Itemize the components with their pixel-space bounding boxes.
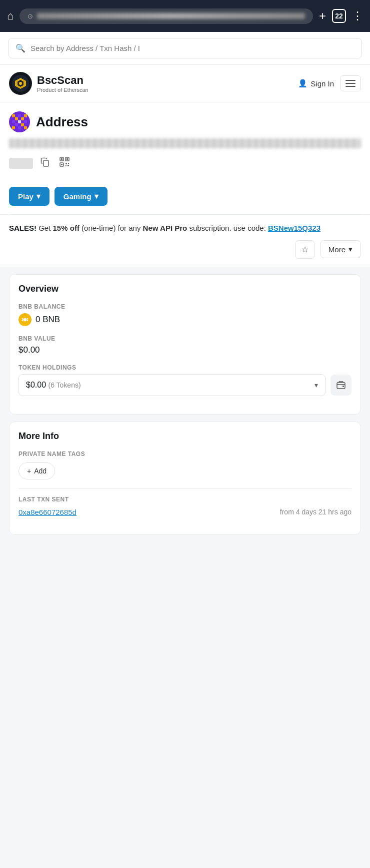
star-icon: ☆: [302, 245, 308, 254]
token-holdings-row: TOKEN HOLDINGS $0.00 (6 Tokens) ▾: [18, 364, 352, 396]
svg-rect-6: [15, 117, 18, 120]
svg-rect-10: [24, 120, 27, 123]
sales-banner: SALES! Get 15% off (one-time) for any Ne…: [0, 215, 370, 267]
svg-rect-28: [337, 383, 345, 389]
svg-rect-16: [44, 160, 48, 166]
token-count: (6 Tokens): [48, 381, 81, 389]
svg-rect-11: [15, 123, 18, 126]
svg-rect-13: [12, 126, 15, 129]
header-actions: 👤 Sign In: [298, 75, 361, 91]
logo-area: BscScan Product of Etherscan: [9, 72, 88, 95]
svg-rect-3: [12, 114, 15, 117]
svg-rect-15: [24, 126, 27, 129]
user-icon: 👤: [298, 79, 308, 88]
brand-name: BscScan: [37, 74, 88, 87]
last-txn-time: from 4 days 21 hrs ago: [280, 508, 352, 516]
svg-rect-7: [21, 117, 24, 120]
chevron-down-icon: ▾: [36, 192, 40, 201]
sales-text: SALES! Get 15% off (one-time) for any Ne…: [9, 223, 361, 234]
last-txn-hash-link[interactable]: 0xa8e66072685d: [18, 508, 76, 516]
overview-card: Overview BNB BALANCE 0 BNB BNB VALUE $0.…: [9, 274, 361, 415]
more-dropdown-button[interactable]: More ▾: [320, 240, 361, 258]
address-title-row: Address: [9, 111, 361, 132]
private-name-tags-label: PRIVATE NAME TAGS: [18, 450, 352, 457]
last-txn-info: 0xa8e66072685d from 4 days 21 hrs ago: [18, 508, 352, 516]
bnb-coin-icon: [18, 313, 32, 326]
search-input[interactable]: [30, 44, 354, 52]
play-tag-button[interactable]: Play ▾: [9, 187, 50, 206]
svg-rect-25: [66, 165, 66, 166]
more-info-card: More Info PRIVATE NAME TAGS + Add LAST T…: [9, 422, 361, 535]
logo-text: BscScan Product of Etherscan: [37, 74, 88, 93]
private-name-tags-row: PRIVATE NAME TAGS + Add: [18, 450, 352, 479]
add-tag-button[interactable]: + Add: [18, 462, 55, 479]
last-txn-row-container: LAST TXN SENT 0xa8e66072685d from 4 days…: [18, 496, 352, 516]
star-more-row: ☆ More ▾: [9, 240, 361, 259]
token-holdings-label: TOKEN HOLDINGS: [18, 364, 352, 371]
svg-rect-26: [68, 165, 69, 166]
address-hash: [9, 138, 361, 148]
bnb-balance-row: BNB BALANCE 0 BNB: [18, 303, 352, 326]
bnb-balance-value: 0 BNB: [18, 313, 352, 326]
new-api-label: New API Pro: [143, 224, 188, 232]
last-txn-label: LAST TXN SENT: [18, 496, 352, 503]
discount-percent: 15% off: [53, 224, 80, 232]
token-holdings-right: ▾: [314, 381, 318, 389]
qr-code-button[interactable]: [57, 154, 72, 172]
svg-rect-20: [66, 158, 68, 160]
sub-text: Product of Etherscan: [37, 87, 88, 93]
wallet-button[interactable]: [330, 375, 352, 396]
star-button[interactable]: ☆: [295, 240, 315, 259]
sales-label: SALES!: [9, 224, 36, 232]
chevron-down-icon: ▾: [314, 381, 318, 389]
site-header: BscScan Product of Etherscan 👤 Sign In: [0, 65, 370, 102]
divider: [18, 488, 352, 489]
svg-rect-22: [61, 164, 62, 165]
svg-rect-18: [61, 158, 62, 160]
bnb-balance-label: BNB BALANCE: [18, 303, 352, 310]
bnb-value-label: BNB VALUE: [18, 335, 352, 342]
chevron-down-icon: ▾: [348, 245, 352, 254]
add-tab-button[interactable]: +: [319, 9, 326, 23]
svg-rect-24: [68, 163, 69, 164]
overview-title: Overview: [18, 284, 352, 294]
svg-rect-14: [18, 126, 21, 129]
svg-rect-9: [18, 120, 21, 123]
svg-rect-5: [24, 114, 27, 117]
svg-rect-23: [66, 163, 67, 164]
svg-rect-8: [12, 120, 15, 123]
gaming-tag-button[interactable]: Gaming ▾: [54, 187, 108, 206]
tag-buttons-row: Play ▾ Gaming ▾: [9, 180, 361, 214]
chevron-down-icon: ▾: [94, 192, 98, 201]
svg-point-1: [19, 82, 22, 85]
bnb-value-value: $0.00: [18, 345, 352, 355]
bnb-value-row: BNB VALUE $0.00: [18, 335, 352, 355]
holdings-row: $0.00 (6 Tokens) ▾: [18, 374, 352, 396]
tabs-count-button[interactable]: 22: [332, 9, 346, 23]
search-icon: 🔍: [16, 43, 26, 53]
logo-icon: [9, 72, 32, 95]
token-holdings-dropdown[interactable]: $0.00 (6 Tokens) ▾: [18, 374, 326, 396]
hamburger-menu-button[interactable]: [340, 75, 361, 91]
plus-icon: +: [27, 467, 31, 475]
address-avatar: [9, 111, 30, 132]
token-holdings-value: $0.00 (6 Tokens): [26, 381, 81, 390]
holdings-dropdown-wrap: $0.00 (6 Tokens) ▾: [18, 374, 326, 396]
add-label: Add: [34, 467, 46, 475]
page-title: Address: [36, 114, 88, 130]
browser-menu-button[interactable]: ⋮: [352, 9, 363, 22]
promo-code-link[interactable]: BSNew15Q323: [268, 224, 320, 232]
address-tag-chip: [9, 158, 33, 169]
search-bar-container: 🔍: [0, 32, 370, 65]
copy-address-button[interactable]: [38, 155, 52, 171]
more-info-title: More Info: [18, 431, 352, 441]
address-actions-row: [9, 154, 361, 172]
search-bar: 🔍: [8, 38, 362, 58]
browser-address-bar[interactable]: ⊙: [20, 8, 313, 24]
svg-rect-12: [21, 123, 24, 126]
svg-rect-29: [342, 386, 344, 387]
address-section: Address: [0, 102, 370, 215]
browser-bar: ⌂ ⊙ + 22 ⋮: [0, 0, 370, 32]
sign-in-button[interactable]: 👤 Sign In: [298, 79, 334, 88]
home-icon[interactable]: ⌂: [7, 9, 14, 22]
